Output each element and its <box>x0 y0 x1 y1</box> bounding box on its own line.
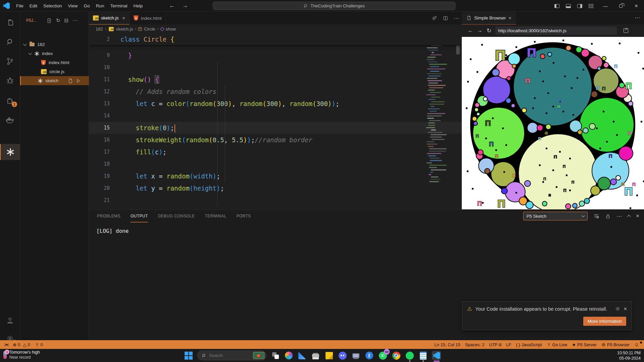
taskbar-search-input[interactable] <box>209 353 249 358</box>
p5-server-button[interactable]: ★ P5 Server <box>569 342 599 347</box>
window-minimize-button[interactable]: — <box>598 0 613 12</box>
new-file-icon[interactable] <box>46 18 52 23</box>
panel-tab-problems[interactable]: PROBLEMS <box>97 210 120 222</box>
bluetooth-icon[interactable]: ᛒ <box>365 351 374 360</box>
refresh-explorer-icon[interactable]: ↻ <box>56 17 60 23</box>
toggle-sidebar-icon[interactable] <box>554 4 559 8</box>
sticky-notes-icon[interactable] <box>325 351 334 360</box>
language-mode[interactable]: { } JavaScript <box>514 342 544 347</box>
extensions-icon[interactable]: 1 <box>0 92 20 108</box>
panel-tab-ports[interactable]: PORTS <box>236 210 251 222</box>
close-panel-icon[interactable]: × <box>636 213 639 219</box>
editor-settings-icon[interactable] <box>431 15 437 21</box>
nav-forward-icon[interactable]: → <box>182 2 188 9</box>
open-sketch-icon[interactable] <box>68 78 73 84</box>
more-information-button[interactable]: More Information <box>583 317 626 326</box>
collapse-folders-icon[interactable]: ⊟ <box>64 17 69 23</box>
tab-simple-browser[interactable]: Simple Browser × <box>462 12 516 24</box>
panel-tab-output[interactable]: OUTPUT <box>131 210 148 222</box>
task-view-icon[interactable] <box>271 351 280 360</box>
eol-sequence[interactable]: LF <box>504 342 513 347</box>
notification-close-icon[interactable]: × <box>624 306 627 312</box>
tree-item-circle-js[interactable]: JS circle.js <box>20 67 89 76</box>
explorer-icon[interactable] <box>0 14 20 31</box>
tab-sketch-js[interactable]: JS sketch.js × <box>89 12 130 24</box>
tree-item-index-html[interactable]: 5 index.html <box>20 58 89 67</box>
panel-tab-terminal[interactable]: TERMINAL <box>205 210 227 222</box>
window-close-button[interactable]: × <box>629 0 644 12</box>
close-tab-icon[interactable]: × <box>122 15 125 21</box>
lock-scroll-icon[interactable] <box>605 213 611 219</box>
notepad-icon[interactable] <box>418 351 428 360</box>
errors-indicator[interactable]: ⊗0 △0 <box>10 342 32 347</box>
code-line[interactable]: 16strokeWeight(random(0.5, 5.5));//rando… <box>89 134 462 146</box>
browser-reload-icon[interactable]: ↻ <box>487 27 491 34</box>
copilot-icon[interactable] <box>284 351 293 360</box>
tree-item-index[interactable]: index <box>20 49 89 58</box>
code-line[interactable]: 18 <box>89 158 462 170</box>
browser-forward-icon[interactable]: → <box>477 28 483 34</box>
code-line[interactable]: 13let c = color(random(300), random(300)… <box>89 98 462 110</box>
minimap[interactable] <box>426 33 452 201</box>
code-line[interactable]: 12// Adds random colors <box>89 86 462 98</box>
run-sketch-icon[interactable] <box>76 79 81 83</box>
menu-go[interactable]: Go <box>81 2 93 10</box>
toggle-secondary-sidebar-icon[interactable] <box>577 4 582 8</box>
split-editor-icon[interactable] <box>443 15 448 21</box>
breadcrumb-file[interactable]: sketch.js <box>116 27 133 32</box>
indentation[interactable]: Spaces: 2 <box>463 342 487 347</box>
menu-selection[interactable]: Selection <box>40 2 65 10</box>
discord-icon[interactable] <box>338 351 347 360</box>
code-line[interactable]: 14 <box>89 110 462 122</box>
browser-back-icon[interactable]: ← <box>468 28 473 34</box>
code-line[interactable]: 11show() { <box>89 73 462 86</box>
p5-sidebar-icon[interactable] <box>0 144 20 160</box>
code-line[interactable]: 17fill(c); <box>89 146 462 158</box>
breadcrumb-class[interactable]: Circle <box>144 27 155 32</box>
nav-back-icon[interactable]: ← <box>169 2 175 9</box>
maximize-panel-icon[interactable] <box>627 215 631 218</box>
command-center-search[interactable]: TheCodingTrain Challenges <box>213 2 455 10</box>
taskbar-search[interactable]: 🍎 <box>197 351 266 360</box>
whatsapp-icon[interactable]: ✆ 50 <box>378 351 387 360</box>
remote-desktop-icon[interactable] <box>351 351 360 360</box>
browser-more-actions-icon[interactable]: ⋯ <box>635 14 640 21</box>
sticky-scroll-line[interactable]: 2class Circle { <box>89 33 462 45</box>
p5-browser-button[interactable]: P5 Browser <box>599 342 632 347</box>
remote-indicator-icon[interactable]: >< <box>2 342 10 347</box>
breadcrumb-folder[interactable]: 182 <box>96 27 103 32</box>
tab-index-html[interactable]: 5 index.html <box>130 12 166 24</box>
menu-edit[interactable]: Edit <box>27 2 40 10</box>
clear-output-icon[interactable] <box>593 213 599 219</box>
weather-widget[interactable]: 1 Tomorrow's high Near record <box>3 350 40 360</box>
open-external-icon[interactable] <box>624 28 628 33</box>
ports-indicator[interactable]: 0 <box>33 342 45 347</box>
editor-more-actions-icon[interactable]: ⋯ <box>454 15 459 21</box>
start-button[interactable] <box>184 351 193 360</box>
more-actions-icon[interactable]: ⋯ <box>72 17 78 23</box>
printer-icon[interactable] <box>311 351 320 360</box>
breadcrumb-method[interactable]: show <box>166 27 176 32</box>
cursor-position[interactable]: Ln 15, Col 15 <box>432 342 462 347</box>
tree-item-182[interactable]: 182 <box>20 40 89 49</box>
vscode-taskbar-icon[interactable] <box>432 351 441 360</box>
encoding[interactable]: UTF-8 <box>487 342 504 347</box>
notification-gear-icon[interactable] <box>615 306 621 312</box>
url-input[interactable] <box>495 27 617 35</box>
output-channel-dropdown[interactable]: P5 Sketch <box>523 212 588 220</box>
panel-tab-debug-console[interactable]: DEBUG CONSOLE <box>158 210 195 222</box>
panel-more-actions-icon[interactable]: ⋯ <box>616 213 622 219</box>
menu-file[interactable]: File <box>13 2 27 10</box>
close-tab-icon[interactable]: × <box>509 15 511 21</box>
taskbar-clock[interactable]: 10:50:11 PM 05-09-2024 <box>617 350 641 361</box>
code-line[interactable]: 21 <box>89 194 462 206</box>
run-debug-icon[interactable] <box>0 73 20 89</box>
window-restore-button[interactable] <box>613 0 629 12</box>
accounts-icon[interactable] <box>0 312 20 328</box>
code-line[interactable]: 10 <box>89 61 462 73</box>
spotify-icon[interactable] <box>405 351 414 360</box>
code-line[interactable]: 15stroke(0); <box>89 122 462 134</box>
docker-icon[interactable] <box>0 112 20 128</box>
source-control-icon[interactable] <box>0 53 20 69</box>
code-line[interactable]: 9} <box>89 49 462 61</box>
